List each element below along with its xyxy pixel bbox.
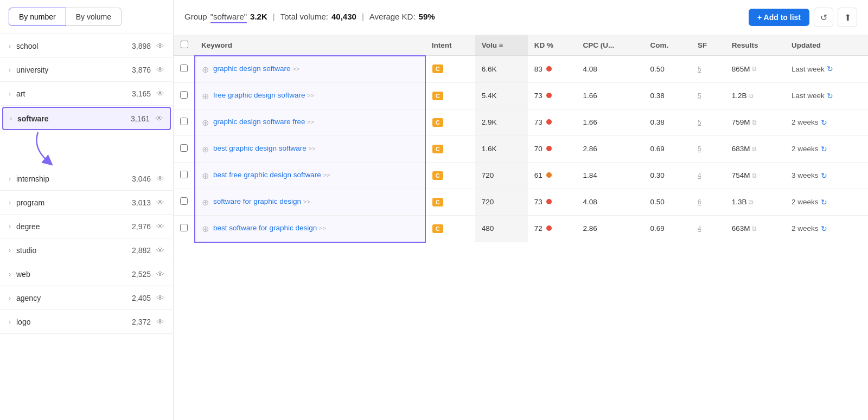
add-keyword-icon[interactable]: ⊕ bbox=[202, 91, 209, 101]
eye-icon[interactable]: 👁 bbox=[155, 114, 163, 123]
keyword-link[interactable]: software for graphic design >> bbox=[213, 197, 310, 205]
volume-cell: 2.9K bbox=[475, 109, 528, 135]
refresh-row-icon[interactable]: ↻ bbox=[821, 145, 827, 153]
sidebar-item-agency[interactable]: › agency 2,405 👁 bbox=[0, 286, 173, 310]
results-icon[interactable]: ⧉ bbox=[752, 225, 757, 232]
intent-badge: C bbox=[432, 198, 443, 206]
row-checkbox[interactable] bbox=[180, 224, 188, 231]
row-checkbox[interactable] bbox=[180, 91, 188, 99]
sidebar-item-software[interactable]: › software 3,161 👁 bbox=[2, 107, 171, 130]
refresh-row-icon[interactable]: ↻ bbox=[821, 118, 827, 127]
row-checkbox[interactable] bbox=[180, 144, 188, 152]
results-icon[interactable]: ⧉ bbox=[752, 119, 757, 126]
row-checkbox-cell bbox=[174, 82, 195, 109]
intent-cell: C bbox=[425, 162, 475, 189]
add-keyword-icon[interactable]: ⊕ bbox=[202, 64, 209, 75]
results-value: 663M bbox=[732, 224, 750, 232]
chevron-icon: › bbox=[9, 318, 11, 326]
volume-cell: 720 bbox=[475, 189, 528, 215]
chevron-icon: › bbox=[9, 42, 11, 50]
keyword-link[interactable]: graphic design software >> bbox=[213, 64, 299, 73]
eye-icon[interactable]: 👁 bbox=[156, 89, 164, 98]
row-checkbox[interactable] bbox=[180, 171, 188, 178]
sidebar-item-internship[interactable]: › internship 3,046 👁 bbox=[0, 167, 173, 191]
add-keyword-icon[interactable]: ⊕ bbox=[202, 224, 209, 234]
keyword-link[interactable]: free graphic design software >> bbox=[213, 91, 314, 99]
eye-icon[interactable]: 👁 bbox=[156, 269, 164, 279]
sidebar-item-school[interactable]: › school 3,898 👁 bbox=[0, 34, 173, 58]
tab-by-volume[interactable]: By volume bbox=[66, 8, 122, 26]
sidebar-item-program[interactable]: › program 3,013 👁 bbox=[0, 191, 173, 215]
com-cell: 0.38 bbox=[644, 109, 692, 135]
table-row: ⊕ best graphic design software >> C 1.6K… bbox=[174, 135, 868, 162]
updated-text: Last week bbox=[792, 65, 825, 73]
add-keyword-icon[interactable]: ⊕ bbox=[202, 171, 209, 181]
chevron-icon: › bbox=[10, 115, 12, 122]
eye-icon[interactable]: 👁 bbox=[156, 41, 164, 50]
keyword-cell: ⊕ graphic design software >> bbox=[195, 56, 425, 83]
sidebar-item-logo[interactable]: › logo 2,372 👁 bbox=[0, 310, 173, 334]
intent-cell: C bbox=[425, 56, 475, 83]
results-icon[interactable]: ⧉ bbox=[752, 65, 757, 73]
eye-icon[interactable]: 👁 bbox=[156, 198, 164, 207]
col-volume-header[interactable]: Volu ≡ bbox=[475, 35, 528, 56]
sidebar-item-web[interactable]: › web 2,525 👁 bbox=[0, 262, 173, 286]
results-cell: 663M ⧉ bbox=[725, 215, 785, 242]
select-all-checkbox[interactable] bbox=[181, 41, 188, 48]
kd-dot bbox=[546, 225, 552, 231]
results-icon[interactable]: ⧉ bbox=[749, 92, 754, 100]
table-row: ⊕ best free graphic design software >> C… bbox=[174, 162, 868, 189]
results-icon[interactable]: ⧉ bbox=[752, 145, 757, 153]
sidebar-item-studio[interactable]: › studio 2,882 👁 bbox=[0, 238, 173, 262]
eye-icon[interactable]: 👁 bbox=[156, 222, 164, 231]
refresh-row-icon[interactable]: ↻ bbox=[827, 92, 833, 100]
results-icon[interactable]: ⧉ bbox=[749, 198, 754, 206]
tab-by-number[interactable]: By number bbox=[9, 8, 66, 26]
group-prefix: Group bbox=[184, 12, 207, 21]
sidebar-item-university[interactable]: › university 3,876 👁 bbox=[0, 58, 173, 82]
keyword-cell: ⊕ best graphic design software >> bbox=[195, 135, 425, 162]
kd-cell: 73 bbox=[528, 189, 577, 215]
sidebar-item-degree[interactable]: › degree 2,976 👁 bbox=[0, 215, 173, 238]
eye-icon[interactable]: 👁 bbox=[156, 317, 164, 326]
kd-dot bbox=[546, 199, 552, 204]
row-checkbox[interactable] bbox=[180, 64, 188, 72]
sidebar-item-art[interactable]: › art 3,165 👁 bbox=[0, 82, 173, 106]
keyword-link[interactable]: graphic design software free >> bbox=[213, 118, 314, 126]
col-keyword-header[interactable]: Keyword bbox=[195, 35, 425, 56]
eye-icon[interactable]: 👁 bbox=[156, 293, 164, 302]
group-name: "software" bbox=[210, 12, 247, 23]
keyword-link[interactable]: best graphic design software >> bbox=[213, 144, 315, 152]
add-keyword-icon[interactable]: ⊕ bbox=[202, 197, 209, 208]
refresh-row-icon[interactable]: ↻ bbox=[821, 224, 827, 233]
add-keyword-icon[interactable]: ⊕ bbox=[202, 118, 209, 128]
updated-cell: Last week ↻ bbox=[785, 82, 868, 109]
export-button[interactable]: ⬆ bbox=[838, 8, 857, 27]
kd-dot bbox=[546, 172, 552, 178]
col-updated-header: Updated bbox=[785, 35, 868, 56]
row-checkbox-cell bbox=[174, 56, 195, 83]
add-to-list-button[interactable]: + Add to list bbox=[749, 9, 809, 26]
sidebar-item-count: 3,046 bbox=[132, 175, 151, 183]
eye-icon[interactable]: 👁 bbox=[156, 245, 164, 255]
refresh-row-icon[interactable]: ↻ bbox=[827, 64, 833, 73]
updated-text: 2 weeks bbox=[792, 145, 819, 153]
keyword-link[interactable]: best software for graphic design >> bbox=[213, 224, 326, 232]
add-keyword-icon[interactable]: ⊕ bbox=[202, 144, 209, 154]
row-checkbox[interactable] bbox=[180, 197, 188, 205]
kd-dot bbox=[546, 93, 552, 98]
row-checkbox[interactable] bbox=[180, 118, 188, 125]
keyword-link[interactable]: best free graphic design software >> bbox=[213, 171, 330, 179]
com-cell: 0.38 bbox=[644, 82, 692, 109]
volume-cell: 1.6K bbox=[475, 135, 528, 162]
updated-text: 2 weeks bbox=[792, 118, 819, 126]
eye-icon[interactable]: 👁 bbox=[156, 65, 164, 74]
results-icon[interactable]: ⧉ bbox=[752, 172, 757, 179]
sidebar-item-count: 3,165 bbox=[132, 89, 151, 98]
eye-icon[interactable]: 👁 bbox=[156, 174, 164, 183]
sidebar-item-count: 2,882 bbox=[132, 246, 151, 255]
refresh-button[interactable]: ↺ bbox=[814, 8, 833, 27]
sf-cell: 5 bbox=[691, 109, 725, 135]
refresh-row-icon[interactable]: ↻ bbox=[821, 198, 827, 206]
refresh-row-icon[interactable]: ↻ bbox=[821, 171, 827, 180]
